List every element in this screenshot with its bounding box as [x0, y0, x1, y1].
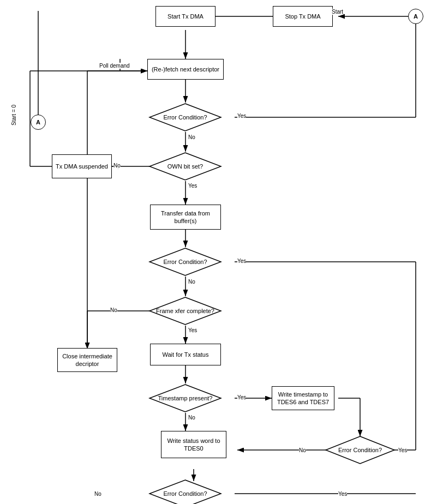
ec3-no-label: No	[94, 491, 101, 497]
own-yes-label: Yes	[188, 183, 197, 189]
refetch-box: (Re-)fetch next descriptor	[147, 59, 224, 80]
error-condition-1-text: Error Condition?	[156, 113, 215, 121]
error-condition-1-diamond: Error Condition?	[148, 103, 222, 132]
ec3-yes-label: Yes	[338, 491, 347, 497]
ec1-yes-label: Yes	[237, 113, 246, 119]
close-descriptor-label: Close intermediate decriptor	[60, 352, 115, 368]
refetch-label: (Re-)fetch next descriptor	[152, 65, 219, 73]
circle-a-left: A	[31, 115, 46, 130]
start-zero-label: Start = 0	[11, 105, 17, 125]
own-bit-diamond: OWN bit set?	[148, 152, 222, 181]
own-no-label: No	[113, 163, 121, 169]
circle-a-top-right: A	[408, 9, 423, 24]
write-timestamp-box: Write timestamp to TDES6 and TDES7	[272, 386, 334, 410]
stop-tx-dma-label: Stop Tx DMA	[285, 13, 320, 20]
stop-tx-dma-box: Stop Tx DMA	[273, 6, 333, 27]
write-status-box: Write status word to TDES0	[161, 431, 226, 458]
write-status-label: Write status word to TDES0	[164, 437, 224, 453]
error-condition-2-diamond: Error Condition?	[148, 247, 222, 277]
timestamp-text: Timestamp present?	[156, 394, 215, 402]
own-bit-text: OWN bit set?	[156, 163, 215, 170]
ts-yes-label: Yes	[237, 394, 246, 400]
wait-tx-status-label: Wait for Tx status	[163, 351, 209, 358]
tx-suspended-label: Tx DMA suspended	[56, 163, 108, 170]
start-tx-dma-box: Start Tx DMA	[155, 6, 216, 27]
wait-tx-status-box: Wait for Tx status	[150, 344, 221, 365]
write-timestamp-label: Write timestamp to TDES6 and TDES7	[274, 391, 332, 406]
ec2-no-label: No	[188, 279, 195, 285]
start-tx-dma-label: Start Tx DMA	[167, 13, 203, 20]
error-condition-3-text: Error Condition?	[156, 490, 215, 497]
timestamp-diamond: Timestamp present?	[148, 383, 222, 413]
start-label: Start	[332, 9, 343, 15]
ts-no-label: No	[188, 415, 195, 421]
frame-xfer-diamond: Frame xfer complete?	[148, 296, 222, 326]
transfer-data-box: Transfer data from buffer(s)	[150, 205, 221, 230]
flowchart-diagram: A Start Tx DMA Stop Tx DMA Start (Re-)fe…	[0, 0, 431, 504]
circle-a-top-right-label: A	[414, 13, 418, 20]
ec1-no-label: No	[188, 134, 195, 140]
frame-yes-label: Yes	[188, 327, 197, 333]
frame-no-label: No	[110, 307, 117, 313]
error-condition-3-diamond: Error Condition?	[148, 479, 222, 504]
ec-ts-yes-label: Yes	[398, 447, 407, 453]
circle-a-left-label: A	[36, 119, 40, 125]
tx-suspended-box: Tx DMA suspended	[52, 154, 112, 178]
poll-demand-label: Poll demand	[99, 63, 130, 69]
close-descriptor-box: Close intermediate decriptor	[57, 348, 117, 372]
frame-xfer-text: Frame xfer complete?	[156, 307, 215, 315]
error-cond-ts-text: Error Condition?	[332, 446, 388, 454]
transfer-data-label: Transfer data from buffer(s)	[153, 209, 218, 225]
ec-ts-no-label: No	[299, 447, 306, 453]
error-condition-2-text: Error Condition?	[156, 258, 215, 266]
error-cond-ts-diamond: Error Condition?	[325, 435, 396, 465]
ec2-yes-label: Yes	[237, 258, 246, 264]
